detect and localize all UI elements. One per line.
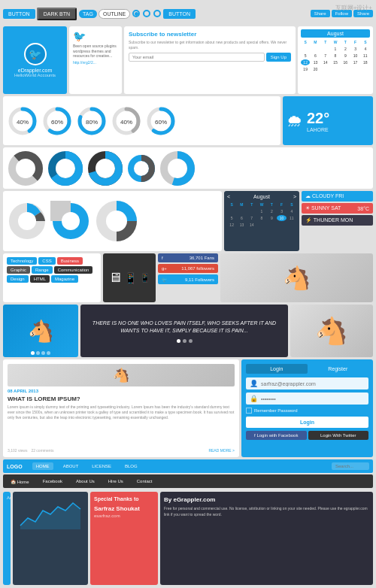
nav-hire-us[interactable]: Hire Us <box>105 477 127 485</box>
user-icon: 👤 <box>250 380 258 387</box>
cal-cell[interactable]: 10 <box>350 53 359 59</box>
tag-css[interactable]: CSS <box>38 257 55 265</box>
cal2-cell[interactable]: 9 <box>267 215 276 221</box>
cal2-cell[interactable]: 12 <box>227 222 236 228</box>
tag-html[interactable]: HTML <box>30 275 50 283</box>
slide-dot-2[interactable] <box>36 351 40 355</box>
desktop-icon: 🖥 <box>108 270 122 286</box>
tag-magazine[interactable]: Magazine <box>51 275 78 283</box>
login-button[interactable]: Login <box>246 417 368 428</box>
svg-text:80%: 80% <box>86 119 98 126</box>
cal-cell[interactable]: 20 <box>311 66 320 72</box>
signup-button[interactable]: Sign Up <box>266 53 291 62</box>
nav-blog[interactable]: BLOG <box>121 462 141 470</box>
quote-dot-1[interactable] <box>177 339 180 343</box>
cal-cell[interactable]: 1 <box>331 46 340 52</box>
facebook-login-button[interactable]: f Login with Facebook <box>246 431 307 440</box>
primary-button[interactable]: BUTTON <box>3 9 35 19</box>
password-input[interactable] <box>261 396 365 402</box>
nav-home[interactable]: HOME <box>32 462 53 470</box>
tab-register[interactable]: Register <box>308 364 369 374</box>
tag-range[interactable]: Range <box>32 266 53 274</box>
nav-license[interactable]: LICENSE <box>88 462 115 470</box>
secondary-button[interactable]: BUTTON <box>163 9 196 19</box>
cal2-cell[interactable]: 8 <box>257 215 266 221</box>
blog-image: 🐴 <box>8 364 235 386</box>
cal-cell[interactable]: 11 <box>361 53 370 59</box>
cal-cell[interactable]: 7 <box>321 53 330 59</box>
quote-dot-2[interactable] <box>183 339 186 343</box>
nav-about[interactable]: ABOUT <box>59 462 83 470</box>
cal-cell[interactable]: 15 <box>331 59 340 65</box>
nav-about-us[interactable]: About Us <box>72 477 99 485</box>
cal2-cell[interactable]: 3 <box>277 208 286 214</box>
radio-option-1[interactable] <box>132 10 140 17</box>
tab-login[interactable]: Login <box>246 364 308 374</box>
cal-cell[interactable]: 2 <box>341 46 350 52</box>
tag-design[interactable]: Design <box>7 275 29 283</box>
cal2-next[interactable]: > <box>293 194 296 199</box>
cal-cell[interactable]: 8 <box>331 53 340 59</box>
donut-chart-1 <box>7 150 44 187</box>
cal2-prev[interactable]: < <box>227 194 230 199</box>
remember-checkbox[interactable] <box>246 408 252 414</box>
tag-technology[interactable]: Technology <box>7 257 37 265</box>
cal-cell[interactable]: 19 <box>301 66 310 72</box>
tweet-link[interactable]: http://nrg2/2... <box>73 60 118 65</box>
remember-password: Remember Password <box>246 408 368 414</box>
cal-cell[interactable]: 5 <box>301 53 310 59</box>
slide-dots <box>31 351 50 355</box>
email-input[interactable] <box>129 53 265 62</box>
cal2-cell[interactable]: 1 <box>257 208 266 214</box>
radio-option-2[interactable] <box>143 10 150 17</box>
cal2-day-s: S <box>227 202 236 208</box>
dark-button[interactable]: DARK BTN <box>37 8 77 20</box>
cal2-cell[interactable]: 7 <box>247 215 256 221</box>
tag-business[interactable]: Business <box>57 257 83 265</box>
read-more-link[interactable]: READ MORE > <box>208 448 235 453</box>
secondary-nav: 🏠 Home Facebook About Us Hire Us Contact <box>3 474 373 488</box>
nav-facebook[interactable]: Facebook <box>39 477 66 485</box>
cal2-cell[interactable]: 5 <box>227 215 236 221</box>
cal-today[interactable]: 12 <box>301 59 310 65</box>
email-input[interactable] <box>261 381 365 386</box>
cal-cell[interactable]: 14 <box>321 59 330 65</box>
tag-communication[interactable]: Communication <box>54 266 93 274</box>
cal2-cell[interactable]: 13 <box>237 222 246 228</box>
radio-option-3[interactable] <box>153 10 161 17</box>
login-widget: Login Register 👤 🔒 Remember Password Log… <box>241 359 373 457</box>
quote-section: THERE IS NO ONE WHO LOVES PAIN ITSELF, W… <box>80 305 288 357</box>
tag-graphic[interactable]: Graphic <box>7 266 30 274</box>
horse-bg-1: 🐴 <box>220 253 373 302</box>
cal-cell <box>301 46 310 52</box>
slide-dot-4[interactable] <box>47 351 50 355</box>
cal2-cell[interactable]: 11 <box>287 215 296 221</box>
cal2-cell[interactable]: 6 <box>237 215 246 221</box>
cal-cell[interactable]: 17 <box>350 59 359 65</box>
cal-cell[interactable]: 16 <box>341 59 350 65</box>
cal-cell[interactable]: 18 <box>361 59 370 65</box>
slide-dot-3[interactable] <box>41 351 45 355</box>
quote-dot-3[interactable] <box>189 339 193 343</box>
nav-contact[interactable]: Contact <box>133 477 156 485</box>
share-button-1[interactable]: Share <box>311 10 330 17</box>
cal2-cell[interactable]: 4 <box>287 208 296 214</box>
button-group: BUTTON DARK BTN <box>3 8 77 20</box>
cal2-cell[interactable]: 14 <box>247 222 256 228</box>
slide-dot-1[interactable] <box>31 351 35 355</box>
quote-content: THERE IS NO ONE WHO LOVES PAIN ITSELF, W… <box>86 320 282 343</box>
pie-chart-3 <box>94 199 139 244</box>
weather-card-sunny: ☀ SUNNY SAT 38°C <box>302 203 373 214</box>
tablet-icon: 📱 <box>124 272 137 284</box>
cal-cell[interactable]: 13 <box>311 59 320 65</box>
cal-cell[interactable]: 4 <box>361 46 370 52</box>
cal-cell <box>311 46 320 52</box>
nav-search-input[interactable] <box>332 462 369 470</box>
cal-cell[interactable]: 9 <box>341 53 350 59</box>
twitter-login-button[interactable]: Login With Twitter <box>308 431 369 440</box>
cal-cell[interactable]: 3 <box>350 46 359 52</box>
cal2-today[interactable]: 10 <box>277 215 286 221</box>
cal2-cell[interactable]: 2 <box>267 208 276 214</box>
cal-cell[interactable]: 6 <box>311 53 320 59</box>
nav-home-2[interactable]: 🏠 Home <box>7 477 33 486</box>
